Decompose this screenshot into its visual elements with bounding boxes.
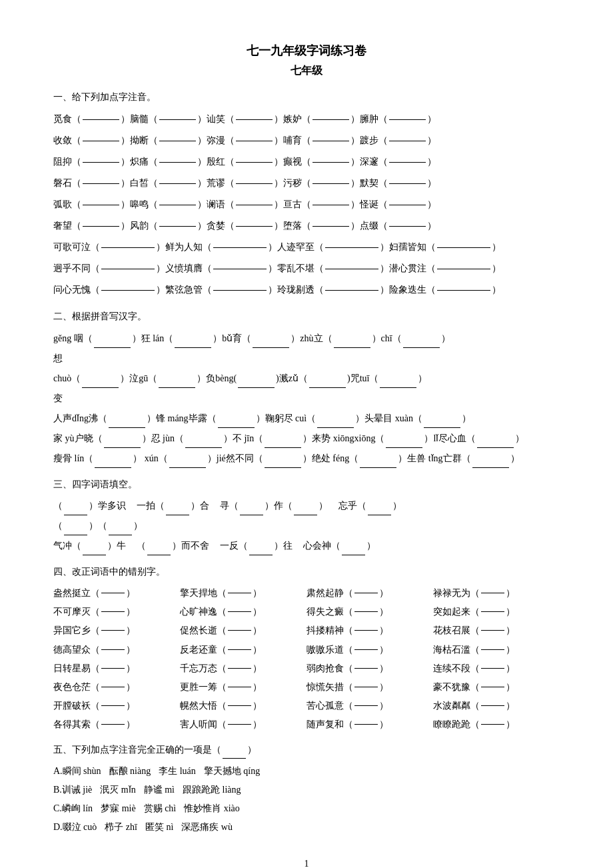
section1-char-rows: 觅食（） 脑髓（） 讪笑（） 嫉妒（） 臃肿（） 收敛（） 拗断（） 弥漫（） …: [53, 109, 560, 236]
option-d: D.啜泣 cuò 栉子 zhī 匿笑 nì 深恶痛疾 wù: [53, 819, 560, 835]
section1-row6: 奢望（） 风韵（） 贪婪（） 堕落（） 点缀（）: [53, 216, 560, 236]
section2-line4: 家 yù户晓（） 忍 jùn（）不 jīn（） 来势 xiōngxiōng（） …: [53, 429, 560, 448]
section1-row2: 收敛（） 拗断（） 弥漫（） 哺育（） 踱步（）: [53, 131, 560, 151]
section3: 三、四字词语填空。 （）学多识 一拍（）合 寻（）作（） 忘乎（） （）（） 气…: [53, 476, 560, 555]
section2: 二、根据拼音写汉字。 gěng 咽（） 狂 lán（） bǔ育（） zhù立（）…: [53, 308, 560, 467]
section1-row4: 磐石（） 白皙（） 荒谬（） 污秽（） 默契（）: [53, 173, 560, 193]
section1-row1: 觅食（） 脑髓（） 讪笑（） 嫉妒（） 臃肿（）: [53, 109, 560, 129]
option-b: B.训诫 jiè 泯灭 mǐn 静谧 mì 跟踉跄跄 liàng: [53, 781, 560, 798]
section5: 五、下列加点字注音完全正确的一项是（） A.瞬间 shùn 酝酿 niàng 李…: [53, 741, 560, 835]
section2-title: 二、根据拼音写汉字。: [53, 308, 560, 325]
title-sub: 七年级: [53, 61, 560, 81]
section2-line1b: 想: [53, 349, 560, 368]
section4-title: 四、改正词语中的错别字。: [53, 563, 560, 580]
section3-row2: 气冲（）牛 （）而不舍 一反（）往 心会神（）: [53, 537, 560, 555]
section1-phrase-rows: 可歌可泣（） 鲜为人知（） 人迹罕至（） 妇孺皆知（） 迥乎不同（） 义愤填膺（…: [53, 237, 560, 300]
section3-row1: （）学多识 一拍（）合 寻（）作（） 忘乎（）: [53, 497, 560, 515]
section5-title: 五、下列加点字注音完全正确的一项是（）: [53, 741, 560, 758]
section1-row3: 阻抑（） 炽痛（） 殷红（） 癫视（） 深邃（）: [53, 152, 560, 172]
section4-grid: 盎然挺立（） 擎天捍地（） 肃然起静（） 禄禄无为（） 不可摩灭（） 心旷神逸（…: [53, 584, 560, 734]
section1-title: 一、给下列加点字注音。: [53, 89, 560, 105]
page-number: 1: [53, 855, 560, 868]
section2-line3: 人声dǐng沸（） 锋 máng毕露（） 鞠躬尽 cuì（） 头晕目 xuàn（…: [53, 409, 560, 428]
section2-line2: chuò（）泣 gū（）负 bèng()溅 zǔ（)咒 tuī（）: [53, 369, 560, 388]
section2-line5: 瘦骨 lín（） xún（） jié然不同（） 绝处 féng（）生 兽 tǐn…: [53, 449, 560, 468]
section1-row5: 弧歌（） 嗥鸣（） 谰语（） 亘古（） 怪诞（）: [53, 195, 560, 215]
section1-phrase-row2: 迥乎不同（） 义愤填膺（） 零乱不堪（） 潜心贯注（）: [53, 259, 560, 279]
section4: 四、改正词语中的错别字。 盎然挺立（） 擎天捍地（） 肃然起静（） 禄禄无为（）…: [53, 563, 560, 734]
section1-phrase-row1: 可歌可泣（） 鲜为人知（） 人迹罕至（） 妇孺皆知（）: [53, 237, 560, 257]
section3-row1b: （）（）: [53, 517, 560, 535]
options-area: A.瞬间 shùn 酝酿 niàng 李生 luán 擎天撼地 qíng B.训…: [53, 763, 560, 836]
section1-phrase-row3: 问心无愧（） 繁弦急管（） 玲珑剔透（） 险象迭生（）: [53, 280, 560, 300]
option-c: C.嶙峋 lín 梦寐 miè 赏赐 chì 惟妙惟肖 xiào: [53, 800, 560, 817]
section2-line1: gěng 咽（） 狂 lán（） bǔ育（） zhù立（） chī（）: [53, 329, 560, 348]
option-a: A.瞬间 shùn 酝酿 niàng 李生 luán 擎天撼地 qíng: [53, 763, 560, 779]
title-main: 七一九年级字词练习卷: [53, 40, 560, 61]
section3-title: 三、四字词语填空。: [53, 476, 560, 493]
section1: 一、给下列加点字注音。 觅食（） 脑髓（） 讪笑（） 嫉妒（） 臃肿（） 收敛（…: [53, 89, 560, 300]
section2-line2b: 变: [53, 389, 560, 408]
title-area: 七一九年级字词练习卷 七年级: [53, 40, 560, 81]
